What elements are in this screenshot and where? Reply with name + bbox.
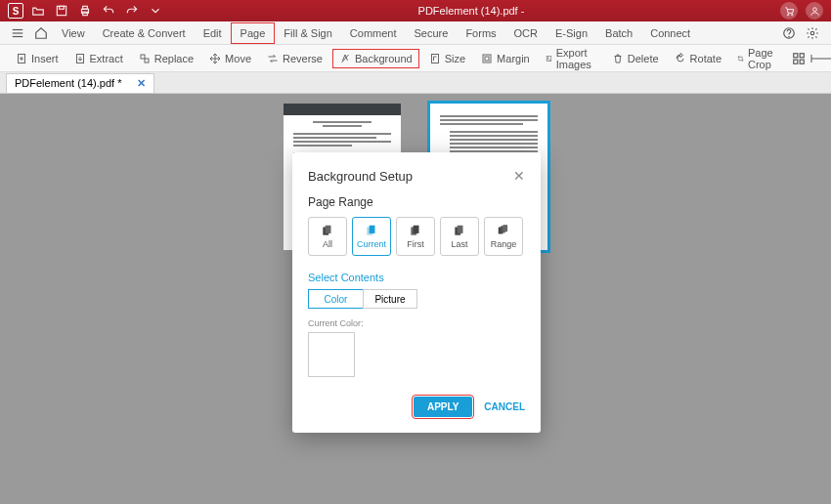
page-range-label: Page Range	[308, 195, 525, 209]
range-all[interactable]: All	[308, 217, 347, 256]
svg-rect-39	[414, 226, 419, 233]
svg-rect-35	[326, 226, 331, 233]
svg-rect-41	[458, 226, 463, 233]
range-current[interactable]: Current	[352, 217, 391, 256]
cancel-button[interactable]: CANCEL	[484, 401, 525, 412]
range-range[interactable]: Range	[484, 217, 523, 256]
dialog-title: Background Setup	[308, 169, 413, 184]
select-contents-label: Select Contents	[308, 272, 525, 283]
close-icon[interactable]: ✕	[513, 168, 525, 184]
color-swatch[interactable]	[308, 332, 355, 377]
background-setup-dialog: Background Setup ✕ Page Range All Curren…	[292, 152, 541, 433]
range-last[interactable]: Last	[440, 217, 479, 256]
content-segmented-control: Color Picture	[308, 289, 525, 309]
modal-overlay: Background Setup ✕ Page Range All Curren…	[0, 0, 831, 504]
range-last-label: Last	[451, 239, 467, 249]
seg-picture[interactable]: Picture	[363, 289, 417, 309]
svg-rect-44	[503, 225, 507, 231]
range-all-label: All	[323, 239, 332, 249]
apply-button[interactable]: APPLY	[414, 397, 472, 417]
range-current-label: Current	[357, 239, 386, 249]
range-first-label: First	[407, 239, 424, 249]
seg-color[interactable]: Color	[308, 289, 363, 309]
range-first[interactable]: First	[396, 217, 435, 256]
svg-rect-37	[370, 226, 375, 233]
range-range-label: Range	[491, 239, 517, 249]
current-color-label: Current Color:	[308, 318, 525, 328]
